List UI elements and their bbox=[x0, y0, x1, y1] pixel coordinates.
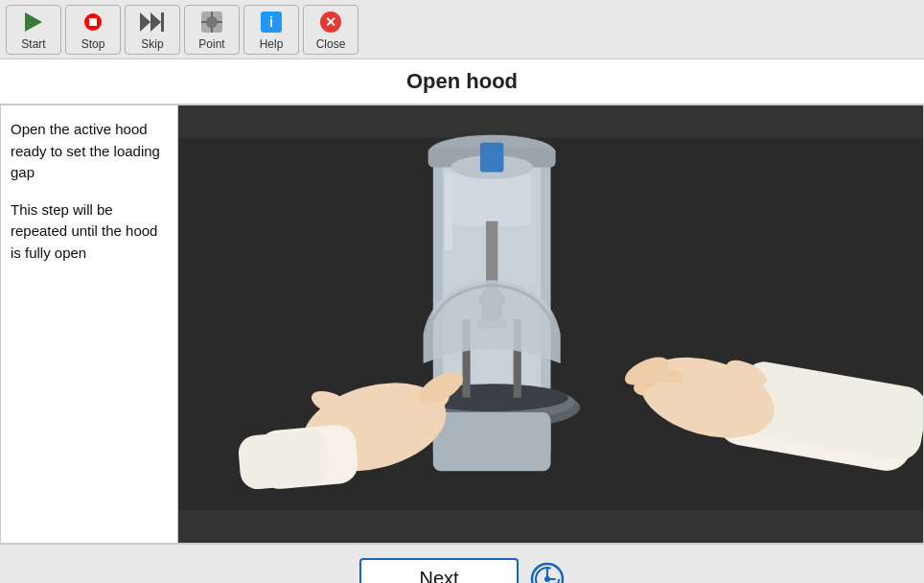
instruction-paragraph-1: Open the active hood ready to set the lo… bbox=[11, 119, 168, 184]
svg-marker-0 bbox=[140, 12, 150, 32]
close-button[interactable]: ✕ Close bbox=[303, 5, 358, 55]
svg-point-4 bbox=[206, 16, 218, 28]
svg-rect-40 bbox=[445, 173, 452, 251]
svg-rect-16 bbox=[480, 143, 504, 173]
instruction-paragraph-2: This step will be repeated until the hoo… bbox=[11, 199, 168, 265]
skip-label: Skip bbox=[141, 37, 163, 51]
help-button[interactable]: i Help bbox=[243, 5, 299, 55]
stop-label: Stop bbox=[81, 37, 105, 51]
svg-rect-26 bbox=[433, 412, 551, 471]
skip-button[interactable]: Skip bbox=[125, 5, 180, 55]
start-button[interactable]: Start bbox=[6, 5, 61, 55]
main-content: Open the active hood ready to set the lo… bbox=[0, 105, 924, 544]
image-panel bbox=[178, 105, 923, 543]
toolbar: Start Stop Skip Point bbox=[0, 0, 924, 59]
help-label: Help bbox=[260, 37, 284, 51]
point-button[interactable]: Point bbox=[184, 5, 240, 55]
instruction-panel: Open the active hood ready to set the lo… bbox=[1, 105, 178, 543]
start-icon bbox=[20, 9, 47, 35]
action-bar: Next bbox=[0, 544, 924, 583]
svg-rect-32 bbox=[237, 430, 330, 491]
page-title: Open hood bbox=[0, 59, 924, 105]
next-button[interactable]: Next bbox=[359, 558, 518, 583]
start-label: Start bbox=[21, 37, 45, 51]
point-icon bbox=[198, 9, 225, 35]
help-icon: i bbox=[258, 9, 285, 35]
close-icon: ✕ bbox=[317, 9, 344, 35]
point-label: Point bbox=[198, 37, 224, 51]
skip-icon bbox=[139, 9, 166, 35]
svg-rect-2 bbox=[161, 12, 164, 32]
stop-button[interactable]: Stop bbox=[65, 5, 121, 55]
stop-icon bbox=[80, 9, 106, 35]
close-label: Close bbox=[316, 37, 346, 51]
machine-illustration bbox=[178, 105, 923, 543]
timer-icon bbox=[530, 562, 565, 584]
svg-marker-1 bbox=[150, 12, 161, 32]
